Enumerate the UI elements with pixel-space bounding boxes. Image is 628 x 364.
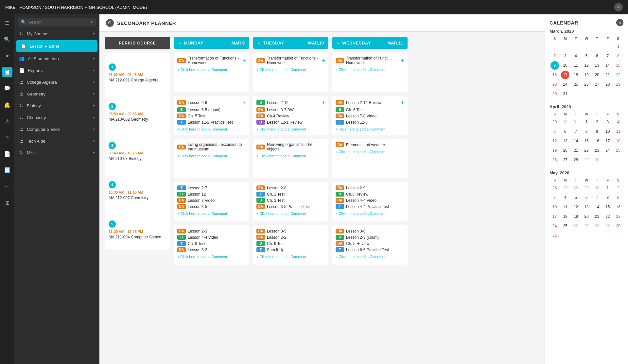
cal-day-2-26[interactable]: 26 bbox=[550, 184, 559, 192]
cal-day-1-31[interactable]: 31 bbox=[572, 118, 580, 126]
cal-day-2-22[interactable]: 22 bbox=[603, 212, 612, 221]
cal-day-2-29[interactable]: 29 bbox=[582, 184, 591, 192]
nav-icon-box[interactable]: ⊞ bbox=[2, 198, 12, 208]
sidebar-item-geometry[interactable]: 🗂 Geometry ▾ bbox=[14, 88, 99, 100]
cal-day-1-29[interactable]: 29 bbox=[582, 156, 591, 164]
cal-day-1-21[interactable]: 21 bbox=[572, 146, 580, 155]
cal-day-1-22[interactable]: 22 bbox=[582, 146, 591, 155]
cal-day-1-11[interactable]: 11 bbox=[614, 127, 622, 136]
add-comment-0-4[interactable]: + Click here to add a Comment bbox=[177, 255, 246, 259]
nav-icon-dots[interactable]: ⋯ bbox=[2, 181, 12, 192]
cal-day-1-26[interactable]: 26 bbox=[550, 156, 559, 164]
add-comment-2-3[interactable]: + Click here to add a Comment bbox=[336, 212, 404, 216]
add-comment-1-1[interactable]: + Click here to add a Comment bbox=[256, 127, 325, 131]
cal-day-2-5[interactable]: 5 bbox=[572, 193, 580, 202]
cal-day-2-30[interactable]: 30 bbox=[614, 222, 622, 230]
cal-day-2-27[interactable]: 27 bbox=[582, 222, 591, 230]
cal-day-0-12[interactable]: 12 bbox=[582, 61, 591, 70]
sidebar-item-college-algebra[interactable]: 🗂 College Algebra ▾ bbox=[14, 76, 99, 88]
cal-day-1-24[interactable]: 24 bbox=[603, 146, 612, 155]
add-comment-1-2[interactable]: + Click here to add a Comment bbox=[256, 154, 325, 158]
sidebar-item-reports[interactable]: 📄 Reports ▾ bbox=[14, 64, 99, 76]
cal-day-2-4[interactable]: 4 bbox=[561, 193, 569, 202]
cal-day-0-22[interactable]: 22 bbox=[614, 71, 622, 79]
cal-day-0-6[interactable]: 6 bbox=[593, 52, 601, 60]
cal-day-1-15[interactable]: 15 bbox=[582, 137, 591, 145]
add-comment-0-2[interactable]: + Click here to add a Comment bbox=[177, 154, 246, 158]
cal-day-0-19[interactable]: 19 bbox=[582, 71, 591, 79]
cal-day-1-17[interactable]: 17 bbox=[603, 137, 612, 145]
cal-day-2-15[interactable]: 15 bbox=[603, 203, 612, 211]
cal-day-1-18[interactable]: 18 bbox=[614, 137, 622, 145]
sidebar-item-all-students-info[interactable]: 👥 All Students Info ▾ bbox=[14, 53, 99, 64]
nav-icon-menu[interactable]: ☰ bbox=[2, 18, 12, 28]
sidebar-item-my-courses[interactable]: 🗂 My Courses ▾ bbox=[14, 28, 99, 40]
cal-day-2-8[interactable]: 8 bbox=[603, 193, 612, 202]
nav-icon-list[interactable]: ≡ bbox=[2, 132, 12, 143]
add-comment-1-3[interactable]: + Click here to add a Comment bbox=[256, 212, 325, 216]
sidebar-item-lesson-planner[interactable]: 📋 Lesson Planner bbox=[16, 40, 97, 52]
cell-plus-icon[interactable]: + bbox=[242, 99, 246, 106]
add-comment-2-4[interactable]: + Click here to add a Comment bbox=[336, 255, 404, 259]
cal-day-0-23[interactable]: 23 bbox=[550, 80, 559, 89]
nav-icon-search[interactable]: 🔍 bbox=[2, 34, 12, 44]
topbar-close-button[interactable]: × bbox=[614, 3, 623, 11]
cal-day-2-16[interactable]: 16 bbox=[614, 203, 622, 211]
cal-day-0-1[interactable]: 1 bbox=[614, 42, 622, 51]
nav-icon-planner[interactable]: 📋 bbox=[2, 67, 12, 77]
cal-day-2-28[interactable]: 28 bbox=[593, 222, 601, 230]
cal-day-2-6[interactable]: 6 bbox=[582, 193, 591, 202]
cal-day-1-30[interactable]: 30 bbox=[593, 156, 601, 164]
cal-day-2-3[interactable]: 3 bbox=[550, 193, 559, 202]
cal-day-1-6[interactable]: 6 bbox=[561, 127, 569, 136]
cal-day-2-10[interactable]: 10 bbox=[550, 203, 559, 211]
cal-day-1-20[interactable]: 20 bbox=[561, 146, 569, 155]
cal-day-2-26[interactable]: 26 bbox=[572, 222, 580, 230]
cal-day-1-10[interactable]: 10 bbox=[603, 127, 612, 136]
nav-icon-alert[interactable]: ⚠ bbox=[2, 116, 12, 126]
add-comment-2-1[interactable]: + Click here to add a Comment bbox=[336, 127, 404, 131]
cal-day-0-11[interactable]: 11 bbox=[572, 61, 580, 70]
cal-day-2-19[interactable]: 19 bbox=[572, 212, 580, 221]
cal-day-1-1[interactable]: 1 bbox=[582, 118, 591, 126]
cal-day-2-20[interactable]: 20 bbox=[582, 212, 591, 221]
cal-day-0-18[interactable]: 18 bbox=[572, 71, 580, 79]
cell-plus-icon[interactable]: + bbox=[401, 57, 404, 64]
cal-day-1-28[interactable]: 28 bbox=[572, 156, 580, 164]
cal-day-1-2[interactable]: 2 bbox=[593, 118, 601, 126]
cal-day-2-27[interactable]: 27 bbox=[561, 184, 569, 192]
cal-day-0-29[interactable]: 29 bbox=[614, 80, 622, 89]
cal-day-1-9[interactable]: 9 bbox=[593, 127, 601, 136]
cal-day-2-17[interactable]: 17 bbox=[550, 212, 559, 221]
cal-day-0-7[interactable]: 7 bbox=[603, 52, 612, 60]
cal-day-1-30[interactable]: 30 bbox=[561, 118, 569, 126]
cal-day-0-9[interactable]: 9 bbox=[550, 61, 559, 70]
add-comment-0-0[interactable]: + Click here to add a Comment bbox=[177, 68, 246, 72]
add-comment-0-3[interactable]: + Click here to add a Comment bbox=[177, 212, 246, 216]
calendar-close-button[interactable]: × bbox=[616, 19, 623, 26]
add-comment-1-4[interactable]: + Click here to add a Comment bbox=[256, 255, 325, 259]
cal-day-1-3[interactable]: 3 bbox=[603, 118, 612, 126]
cal-day-0-28[interactable]: 28 bbox=[603, 80, 612, 89]
cal-day-1-12[interactable]: 12 bbox=[550, 137, 559, 145]
cal-day-0-17[interactable]: 17 bbox=[561, 71, 569, 79]
cal-day-0-13[interactable]: 13 bbox=[593, 61, 601, 70]
cal-day-0-16[interactable]: 16 bbox=[550, 71, 559, 79]
cal-day-0-8[interactable]: 8 bbox=[614, 52, 622, 60]
sidebar-item-computer-sience[interactable]: 🗂 Computer Sience ▾ bbox=[14, 123, 99, 135]
cal-day-1-4[interactable]: 4 bbox=[614, 118, 622, 126]
cal-day-2-29[interactable]: 29 bbox=[603, 222, 612, 230]
cal-day-2-12[interactable]: 12 bbox=[572, 203, 580, 211]
cal-day-0-31[interactable]: 31 bbox=[561, 90, 569, 98]
cal-day-2-24[interactable]: 24 bbox=[550, 222, 559, 230]
add-comment-2-0[interactable]: + Click here to add a Comment bbox=[336, 68, 404, 72]
cell-plus-icon[interactable]: + bbox=[322, 57, 325, 64]
cal-day-2-21[interactable]: 21 bbox=[593, 212, 601, 221]
nav-icon-doc2[interactable]: 📃 bbox=[2, 165, 12, 175]
cal-day-0-26[interactable]: 26 bbox=[582, 80, 591, 89]
cal-day-2-14[interactable]: 14 bbox=[593, 203, 601, 211]
cal-day-2-31[interactable]: 31 bbox=[550, 231, 559, 240]
cal-day-2-7[interactable]: 7 bbox=[593, 193, 601, 202]
cal-day-2-25[interactable]: 25 bbox=[561, 222, 569, 230]
cal-day-2-9[interactable]: 9 bbox=[614, 193, 622, 202]
